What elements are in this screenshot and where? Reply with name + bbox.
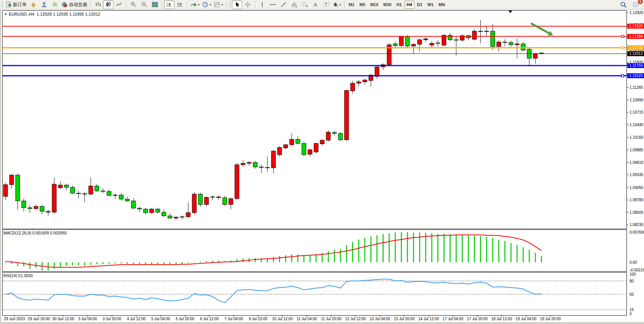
svg-text:1.08780: 1.08780 <box>630 198 644 202</box>
svg-text:1.10440: 1.10440 <box>630 123 644 127</box>
svg-text:17 Jul 20:00: 17 Jul 20:00 <box>467 317 488 321</box>
data-window-button[interactable] <box>39 0 49 9</box>
timeframe-button-m1[interactable]: M1 <box>346 1 357 9</box>
signals-icon <box>52 2 58 8</box>
svg-text:1.10715: 1.10715 <box>630 110 644 114</box>
svg-text:1.12143: 1.12143 <box>629 46 643 50</box>
toolbar-separator <box>226 1 226 8</box>
svg-text:17 Jul 04:00: 17 Jul 04:00 <box>443 317 464 321</box>
tile-windows-icon <box>152 2 158 8</box>
dropdown-arrow-icon: ▾ <box>210 3 211 6</box>
chart-candles-button[interactable] <box>103 0 113 9</box>
macd-axis: 0.0076980.00-0.002168 <box>630 230 644 272</box>
svg-text:1.12012: 1.12012 <box>629 51 643 56</box>
periods-button[interactable]: ▾ <box>201 0 212 9</box>
svg-text:F: F <box>306 5 308 8</box>
svg-text:1.09885: 1.09885 <box>630 148 644 152</box>
profiles-icon <box>30 2 37 8</box>
timeframe-button-w1[interactable]: W1 <box>425 1 436 9</box>
templates-button[interactable]: ▾ <box>213 0 224 9</box>
svg-text:5 Jul 04:00: 5 Jul 04:00 <box>151 317 170 321</box>
symbol-dropdown-icon[interactable]: ▼ <box>4 13 7 16</box>
crosshair-tool-button[interactable] <box>242 0 253 9</box>
timeframe-button-h4[interactable]: H4 <box>405 1 414 9</box>
svg-text:1.08230: 1.08230 <box>630 223 644 227</box>
horizontal-line-tool-button[interactable] <box>268 0 278 9</box>
timeframe-group: M1M5M15M30H1H4D1W1MN <box>346 1 447 9</box>
channel-icon: E <box>291 2 298 8</box>
tile-windows-button[interactable] <box>150 0 160 9</box>
bar-chart-icon <box>95 2 101 8</box>
svg-text:29 Jun 20:00: 29 Jun 20:00 <box>28 317 50 321</box>
toolbar-separator <box>187 1 187 8</box>
svg-text:11 Jul 04:00: 11 Jul 04:00 <box>296 317 317 321</box>
svg-text:1.12920: 1.12920 <box>630 11 644 15</box>
timeframe-button-d1[interactable]: D1 <box>415 1 425 9</box>
timeframe-button-mn[interactable]: MN <box>436 1 447 9</box>
crosshair-icon <box>245 2 251 8</box>
trendline-icon <box>281 2 287 8</box>
timeframe-button-m15[interactable]: M15 <box>368 1 381 9</box>
horizontal-line-icon <box>269 2 276 8</box>
svg-text:3 Jul 04:00: 3 Jul 04:00 <box>78 317 97 321</box>
data-window-icon <box>41 2 47 8</box>
line-chart-icon <box>116 2 122 8</box>
svg-text:0.007698: 0.007698 <box>630 230 644 234</box>
autotrading-button[interactable]: 自动交易 <box>60 0 88 9</box>
svg-text:1.10160: 1.10160 <box>630 135 644 140</box>
timeframe-button-m30[interactable]: M30 <box>381 1 394 9</box>
toolbar-grip <box>229 1 231 8</box>
templates-icon <box>214 2 220 8</box>
trendline-tool-button[interactable] <box>278 0 289 9</box>
chart-line-button[interactable] <box>114 0 124 9</box>
chart-shift-button[interactable] <box>164 0 174 9</box>
profiles-button[interactable] <box>28 0 38 9</box>
svg-text:9 Jul 23:00: 9 Jul 23:00 <box>249 317 268 321</box>
signals-button[interactable] <box>49 0 60 9</box>
vertical-line-tool-button[interactable] <box>257 0 267 9</box>
shapes-tool-button[interactable]: ▾ <box>332 0 342 9</box>
svg-text:T: T <box>325 3 327 7</box>
equidistant-channel-tool-button[interactable]: E <box>289 0 299 9</box>
label-tool-button[interactable]: T <box>321 0 331 9</box>
svg-text:1.09610: 1.09610 <box>630 160 644 165</box>
main-toolbar: 新订单 自动交易 <box>0 0 644 10</box>
chart-bars-button[interactable] <box>92 0 103 9</box>
zoom-out-button[interactable] <box>139 0 149 9</box>
fibonacci-icon: F <box>301 2 308 8</box>
svg-text:0.00: 0.00 <box>630 260 637 265</box>
new-order-button[interactable]: 新订单 <box>4 0 28 9</box>
fibonacci-tool-button[interactable]: F <box>300 0 310 9</box>
autotrading-icon <box>61 2 68 8</box>
macd-indicator-label: MACD(12,26,9) 0.001609 0.002955 <box>3 231 67 235</box>
svg-text:50: 50 <box>630 292 634 297</box>
svg-text:13 Jul 20:00: 13 Jul 20:00 <box>394 317 415 321</box>
auto-scroll-button[interactable] <box>175 0 185 9</box>
chart-canvas[interactable]: 1.129201.126451.123701.120951.118201.115… <box>1 10 644 322</box>
cursor-icon <box>234 2 240 8</box>
chart-title-text: EURUSD-,H4 1.12028 1.12036 1.11995 1.120… <box>9 12 100 16</box>
zoom-in-button[interactable] <box>128 0 139 9</box>
indicators-button[interactable]: ▾ <box>189 0 201 9</box>
svg-text:1.09055: 1.09055 <box>630 186 644 190</box>
dropdown-arrow-icon: ▾ <box>340 3 341 6</box>
indicators-icon <box>190 2 196 8</box>
notification-badge: 1 <box>638 0 643 4</box>
svg-text:E: E <box>295 5 297 8</box>
svg-text:19 Jul 04:00: 19 Jul 04:00 <box>516 317 537 321</box>
candlestick-chart-icon <box>105 2 112 8</box>
svg-text:1.11265: 1.11265 <box>630 85 643 90</box>
svg-text:1.11525: 1.11525 <box>629 74 643 78</box>
dropdown-arrow-icon: ▾ <box>198 3 199 6</box>
cursor-tool-button[interactable] <box>232 0 242 9</box>
timeframe-button-h1[interactable]: H1 <box>394 1 404 9</box>
auto-scroll-icon <box>177 2 183 8</box>
text-tool-button[interactable]: A <box>310 0 320 9</box>
svg-text:14 Jul 12:00: 14 Jul 12:00 <box>418 317 439 321</box>
community-button[interactable]: 1 <box>631 0 641 9</box>
svg-text:13 Jul 04:00: 13 Jul 04:00 <box>370 317 391 321</box>
timeframe-button-m5[interactable]: M5 <box>357 1 367 9</box>
search-button[interactable] <box>618 0 628 9</box>
svg-text:0: 0 <box>630 312 632 316</box>
zoom-out-icon <box>141 2 147 8</box>
